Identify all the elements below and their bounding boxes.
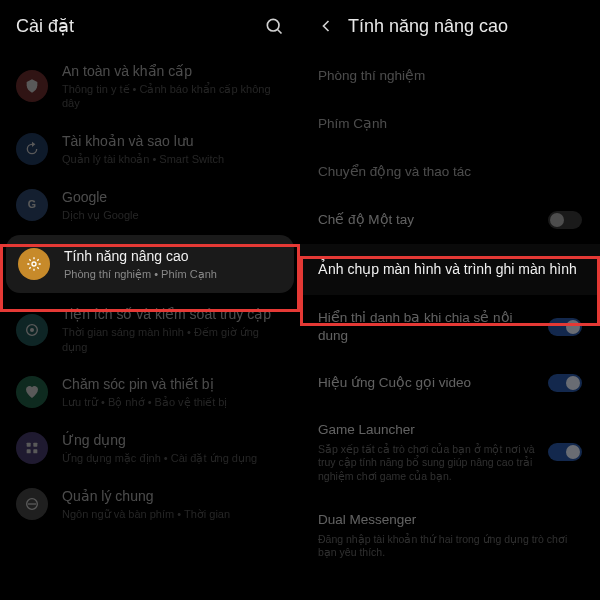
advanced-item-6[interactable]: Hiệu ứng Cuộc gọi video [300,359,600,407]
g-icon: G [16,189,48,221]
item-title: Quản lý chung [62,487,284,505]
item-title: Hiệu ứng Cuộc gọi video [318,374,540,392]
settings-header: Cài đặt [0,0,300,52]
svg-point-5 [30,328,34,332]
advanced-item-0[interactable]: Phòng thí nghiệm [300,52,600,100]
settings-item-6[interactable]: Ứng dụngỨng dụng mặc định • Cài đặt ứng … [0,420,300,476]
search-icon[interactable] [264,16,284,36]
settings-item-0[interactable]: An toàn và khẩn cấpThông tin y tế • Cảnh… [0,52,300,121]
item-title: Ảnh chụp màn hình và trình ghi màn hình [318,260,582,279]
settings-list: An toàn và khẩn cấpThông tin y tế • Cảnh… [0,52,300,532]
item-sub: Thông tin y tế • Cảnh báo khẩn cấp không… [62,82,284,111]
advanced-item-4[interactable]: Ảnh chụp màn hình và trình ghi màn hình [300,244,600,295]
gear-icon [18,248,50,280]
svg-rect-6 [27,443,31,447]
item-text: Chăm sóc pin và thiết bịLưu trữ • Bộ nhớ… [62,375,284,409]
item-title: Chế độ Một tay [318,211,540,229]
item-sub: Thời gian sáng màn hình • Đếm giờ ứng dụ… [62,325,284,354]
sync-icon [16,133,48,165]
advanced-header: Tính năng nâng cao [300,0,600,52]
item-text: GoogleDịch vụ Google [62,188,284,222]
advanced-item-3[interactable]: Chế độ Một tay [300,196,600,244]
toggle-switch[interactable] [548,211,582,229]
item-sub: Sắp xếp tất cả trò chơi của bạn ở một nơ… [318,443,540,484]
item-text: An toàn và khẩn cấpThông tin y tế • Cảnh… [62,62,284,111]
item-title: Dual Messenger [318,511,582,529]
item-title: Game Launcher [318,421,540,439]
item-sub: Đăng nhập tài khoản thứ hai trong ứng dụ… [318,533,582,560]
toggle-switch[interactable] [548,318,582,336]
settings-item-7[interactable]: Quản lý chungNgôn ngữ và bàn phím • Thời… [0,476,300,532]
toggle-switch[interactable] [548,443,582,461]
item-title: Tính năng nâng cao [64,247,282,265]
item-sub: Dịch vụ Google [62,208,284,222]
toggle-switch[interactable] [548,374,582,392]
item-title: Phím Cạnh [318,115,582,133]
settings-title: Cài đặt [16,15,264,37]
item-text: Hiệu ứng Cuộc gọi video [318,374,540,392]
wellbeing-icon [16,314,48,346]
apps-icon [16,432,48,464]
item-title: Chuyển động và thao tác [318,163,582,181]
item-title: Hiển thị danh bạ khi chia sẻ nội dung [318,309,540,345]
advanced-item-1[interactable]: Phím Cạnh [300,100,600,148]
svg-rect-9 [33,449,37,453]
svg-point-3 [32,262,36,266]
item-text: Game LauncherSắp xếp tất cả trò chơi của… [318,421,540,483]
item-text: Dual MessengerĐăng nhập tài khoản thứ ha… [318,511,582,560]
advanced-item-2[interactable]: Chuyển động và thao tác [300,148,600,196]
svg-text:G: G [28,198,36,210]
settings-panel: Cài đặt An toàn và khẩn cấpThông tin y t… [0,0,300,600]
item-text: Ảnh chụp màn hình và trình ghi màn hình [318,260,582,279]
svg-line-1 [278,30,282,34]
svg-rect-7 [33,443,37,447]
item-title: Ứng dụng [62,431,284,449]
item-text: Hiển thị danh bạ khi chia sẻ nội dung [318,309,540,345]
item-title: Phòng thí nghiệm [318,67,582,85]
item-title: Tài khoản và sao lưu [62,132,284,150]
back-icon[interactable] [316,16,336,36]
item-text: Chế độ Một tay [318,211,540,229]
advanced-item-7[interactable]: Game LauncherSắp xếp tất cả trò chơi của… [300,407,600,497]
item-title: Chăm sóc pin và thiết bị [62,375,284,393]
heart-icon [16,376,48,408]
settings-item-2[interactable]: GGoogleDịch vụ Google [0,177,300,233]
settings-item-4[interactable]: Tiện ích số và kiểm soát truy cậpThời gi… [0,295,300,364]
svg-point-0 [267,19,279,31]
general-icon [16,488,48,520]
item-text: Phòng thí nghiệm [318,67,582,85]
item-title: An toàn và khẩn cấp [62,62,284,80]
item-text: Tính năng nâng caoPhòng thí nghiệm • Phí… [64,247,282,281]
advanced-item-8[interactable]: Dual MessengerĐăng nhập tài khoản thứ ha… [300,497,600,574]
item-title: Google [62,188,284,206]
advanced-panel: Tính năng nâng cao Phòng thí nghiệmPhím … [300,0,600,600]
item-text: Tiện ích số và kiểm soát truy cậpThời gi… [62,305,284,354]
item-sub: Phòng thí nghiệm • Phím Cạnh [64,267,282,281]
item-sub: Ngôn ngữ và bàn phím • Thời gian [62,507,284,521]
item-title: Tiện ích số và kiểm soát truy cập [62,305,284,323]
item-text: Tài khoản và sao lưuQuản lý tài khoản • … [62,132,284,166]
advanced-item-5[interactable]: Hiển thị danh bạ khi chia sẻ nội dung [300,295,600,359]
settings-item-3[interactable]: Tính năng nâng caoPhòng thí nghiệm • Phí… [6,235,294,293]
item-text: Quản lý chungNgôn ngữ và bàn phím • Thời… [62,487,284,521]
svg-rect-8 [27,449,31,453]
item-text: Ứng dụngỨng dụng mặc định • Cài đặt ứng … [62,431,284,465]
item-text: Phím Cạnh [318,115,582,133]
item-sub: Lưu trữ • Bộ nhớ • Bảo vệ thiết bị [62,395,284,409]
settings-item-5[interactable]: Chăm sóc pin và thiết bịLưu trữ • Bộ nhớ… [0,364,300,420]
item-sub: Ứng dụng mặc định • Cài đặt ứng dụng [62,451,284,465]
advanced-title: Tính năng nâng cao [348,16,584,37]
shield-icon [16,70,48,102]
settings-item-1[interactable]: Tài khoản và sao lưuQuản lý tài khoản • … [0,121,300,177]
item-text: Chuyển động và thao tác [318,163,582,181]
advanced-list: Phòng thí nghiệmPhím CạnhChuyển động và … [300,52,600,574]
item-sub: Quản lý tài khoản • Smart Switch [62,152,284,166]
